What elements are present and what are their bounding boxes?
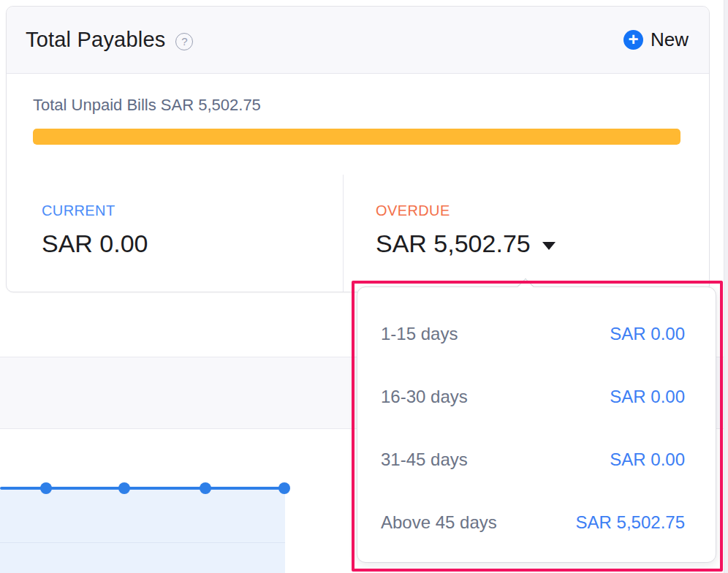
help-icon[interactable]: ? bbox=[175, 33, 193, 50]
new-button[interactable]: + New bbox=[623, 29, 689, 51]
aging-row-label: 16-30 days bbox=[381, 387, 468, 407]
chart-area-fill bbox=[0, 490, 285, 573]
chart-data-point bbox=[278, 482, 290, 494]
payables-mini-chart bbox=[0, 453, 344, 573]
current-label: CURRENT bbox=[42, 202, 343, 219]
chart-gridline bbox=[0, 542, 285, 543]
aging-row-value-link[interactable]: SAR 0.00 bbox=[610, 324, 685, 344]
page-edge-strip bbox=[724, 0, 728, 573]
aging-row-label: 31-45 days bbox=[381, 449, 468, 470]
aging-row-1-15: 1-15 days SAR 0.00 bbox=[357, 303, 716, 365]
aging-row-value-link[interactable]: SAR 5,502.75 bbox=[576, 512, 685, 533]
new-button-label: New bbox=[651, 29, 689, 51]
aging-row-16-30: 16-30 days SAR 0.00 bbox=[357, 365, 716, 428]
unpaid-bills-section: Total Unpaid Bills SAR 5,502.75 bbox=[7, 74, 709, 175]
chevron-down-icon bbox=[542, 242, 556, 250]
total-payables-card: Total Payables ? + New Total Unpaid Bill… bbox=[6, 6, 710, 292]
aging-row-value-link[interactable]: SAR 0.00 bbox=[610, 449, 685, 470]
aging-row-above-45: Above 45 days SAR 5,502.75 bbox=[357, 491, 716, 554]
chart-data-point bbox=[200, 482, 211, 494]
overdue-dropdown-toggle[interactable]: SAR 5,502.75 bbox=[376, 229, 709, 258]
overdue-value: SAR 5,502.75 bbox=[376, 229, 531, 258]
plus-circle-icon: + bbox=[623, 30, 643, 50]
chart-data-point bbox=[40, 482, 52, 494]
card-header: Total Payables ? + New bbox=[7, 7, 709, 74]
aging-row-value-link[interactable]: SAR 0.00 bbox=[610, 387, 685, 407]
aging-row-31-45: 31-45 days SAR 0.00 bbox=[357, 428, 716, 491]
aging-summary: CURRENT SAR 0.00 OVERDUE SAR 5,502.75 bbox=[7, 175, 709, 292]
unpaid-progress-fill bbox=[33, 129, 680, 145]
aging-row-label: 1-15 days bbox=[381, 324, 458, 344]
aging-row-label: Above 45 days bbox=[381, 512, 497, 533]
chart-data-point bbox=[118, 482, 130, 494]
current-value: SAR 0.00 bbox=[42, 229, 343, 258]
help-glyph: ? bbox=[181, 35, 187, 48]
overdue-label: OVERDUE bbox=[376, 202, 709, 219]
page-title: Total Payables bbox=[26, 28, 165, 52]
unpaid-bills-label: Total Unpaid Bills SAR 5,502.75 bbox=[33, 96, 709, 115]
overdue-breakdown-popup: 1-15 days SAR 0.00 16-30 days SAR 0.00 3… bbox=[357, 286, 716, 563]
overdue-column: OVERDUE SAR 5,502.75 bbox=[344, 175, 709, 292]
unpaid-progress-track bbox=[33, 129, 680, 145]
current-column: CURRENT SAR 0.00 bbox=[7, 175, 344, 292]
